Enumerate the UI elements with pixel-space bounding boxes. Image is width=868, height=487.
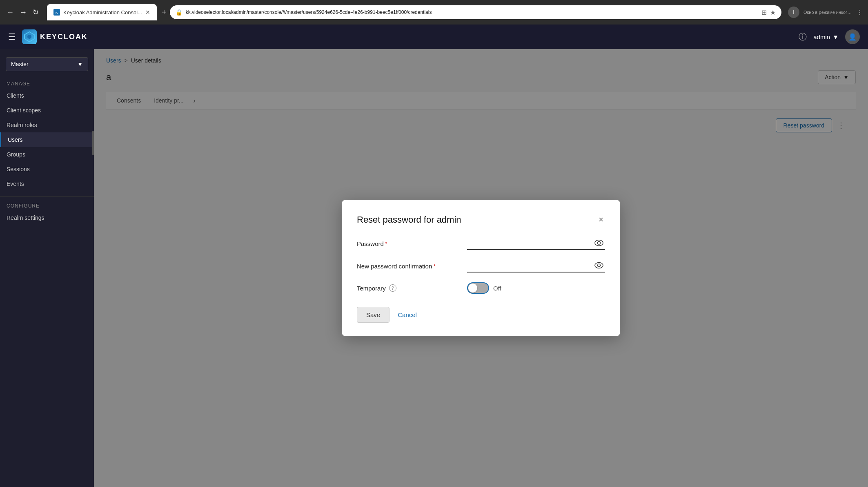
modal-header: Reset password for admin ×	[357, 213, 605, 226]
dropdown-arrow-icon: ▼	[832, 34, 839, 40]
back-button[interactable]: ←	[5, 7, 16, 18]
navbar-left: ☰ KEYCLOAK	[8, 29, 88, 44]
new-password-input[interactable]	[467, 260, 605, 273]
new-password-visibility-toggle[interactable]	[594, 262, 603, 270]
reset-password-modal: Reset password for admin × Password *	[342, 200, 620, 336]
sidebar-item-users[interactable]: Users	[0, 132, 94, 147]
browser-actions: I Окно в режиме инкогнито ⋮	[788, 7, 863, 18]
password-required-star: *	[385, 241, 387, 247]
navbar-right: ⓘ admin ▼ 👤	[799, 29, 860, 44]
realm-name: Master	[11, 61, 29, 67]
modal-overlay: Reset password for admin × Password *	[94, 49, 868, 487]
password-label: Password *	[357, 240, 467, 247]
new-password-required-star: *	[434, 264, 436, 269]
new-password-row: New password confirmation *	[357, 260, 605, 273]
new-password-input-wrap	[467, 260, 605, 273]
password-input[interactable]	[467, 237, 605, 250]
sidebar-item-client-scopes[interactable]: Client scopes	[0, 103, 94, 118]
tab-close-button[interactable]: ✕	[145, 9, 150, 16]
svg-point-4	[595, 240, 603, 246]
address-bar[interactable]: 🔒 kk.videoselector.local/admin/master/co…	[170, 5, 781, 19]
logo-text: KEYCLOAK	[40, 33, 88, 41]
password-visibility-toggle[interactable]	[594, 239, 603, 248]
tab-title: Keycloak Administration Consol...	[63, 9, 142, 16]
keycloak-logo: KEYCLOAK	[22, 29, 88, 44]
save-button[interactable]: Save	[357, 307, 389, 323]
sidebar-item-sessions[interactable]: Sessions	[0, 162, 94, 176]
svg-point-5	[598, 241, 601, 244]
top-navbar: ☰ KEYCLOAK ⓘ admin ▼ 👤	[0, 25, 868, 49]
tab-favicon: K	[53, 9, 60, 16]
sidebar-divider	[0, 196, 94, 197]
browser-chrome: ← → ↻ K Keycloak Administration Consol..…	[0, 0, 868, 25]
browser-tab[interactable]: K Keycloak Administration Consol... ✕	[47, 4, 157, 20]
sidebar-item-events[interactable]: Events	[0, 176, 94, 191]
password-input-wrap	[467, 237, 605, 250]
lock-icon: 🔒	[176, 9, 183, 16]
username-label: admin	[813, 34, 830, 40]
realm-dropdown-icon: ▼	[77, 61, 83, 67]
sidebar-item-manage: Manage	[0, 79, 94, 88]
svg-text:K: K	[56, 11, 58, 15]
sidebar-item-realm-roles[interactable]: Realm roles	[0, 118, 94, 132]
temporary-toggle[interactable]	[467, 282, 489, 294]
svg-point-7	[598, 264, 601, 267]
toggle-state-label: Off	[493, 285, 501, 292]
cancel-button[interactable]: Cancel	[396, 307, 418, 322]
new-password-label: New password confirmation *	[357, 263, 467, 270]
sidebar: Master ▼ Manage Clients Client scopes Re…	[0, 49, 94, 487]
sidebar-item-groups[interactable]: Groups	[0, 147, 94, 162]
app-layout: ☰ KEYCLOAK ⓘ admin ▼ 👤	[0, 25, 868, 487]
hamburger-menu[interactable]: ☰	[8, 32, 16, 42]
main-area: Master ▼ Manage Clients Client scopes Re…	[0, 49, 868, 487]
bookmark-icon[interactable]: ★	[770, 9, 776, 16]
toggle-wrapper: Off	[467, 282, 501, 294]
modal-actions: Save Cancel	[357, 307, 605, 323]
menu-button[interactable]: ⋮	[857, 9, 863, 16]
new-tab-button[interactable]: +	[162, 8, 167, 17]
sidebar-item-configure-label: Configure	[0, 201, 94, 210]
profile-icon[interactable]: I	[788, 7, 799, 18]
sidebar-item-realm-settings[interactable]: Realm settings	[0, 210, 94, 225]
nav-controls: ← → ↻	[5, 6, 40, 18]
modal-close-button[interactable]: ×	[597, 213, 605, 226]
toggle-slider	[467, 282, 489, 294]
svg-point-6	[595, 262, 603, 268]
incognito-label: Окно в режиме инкогнито	[803, 10, 852, 15]
sidebar-item-clients[interactable]: Clients	[0, 88, 94, 103]
help-icon[interactable]: ⓘ	[799, 31, 807, 42]
url-text: kk.videoselector.local/admin/master/cons…	[186, 9, 758, 15]
svg-point-3	[27, 35, 31, 39]
avatar-icon: 👤	[848, 33, 857, 41]
content-area: Users > User details a Action ▼ Consents	[94, 49, 868, 487]
realm-selector[interactable]: Master ▼	[6, 57, 88, 71]
password-row: Password *	[357, 237, 605, 250]
forward-button[interactable]: →	[18, 7, 29, 18]
temporary-help-icon[interactable]: ?	[389, 284, 396, 292]
translate-icon: ⊞	[761, 9, 767, 16]
logo-icon	[22, 29, 37, 44]
reload-button[interactable]: ↻	[31, 6, 40, 18]
modal-title: Reset password for admin	[357, 214, 461, 225]
user-dropdown[interactable]: admin ▼	[813, 34, 839, 40]
temporary-label: Temporary ?	[357, 284, 467, 292]
avatar[interactable]: 👤	[845, 29, 860, 44]
temporary-row: Temporary ? Off	[357, 282, 605, 294]
